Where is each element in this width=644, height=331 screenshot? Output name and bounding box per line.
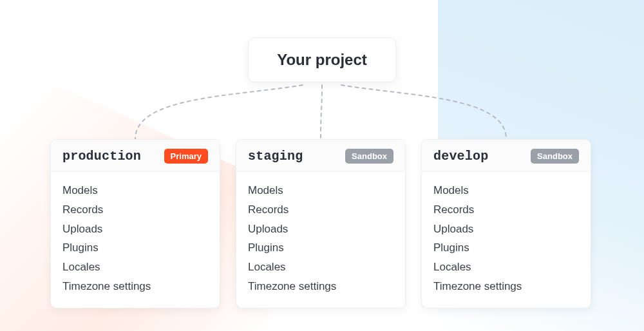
environment-badge-sandbox: Sandbox bbox=[531, 149, 579, 164]
environment-badge-primary: Primary bbox=[164, 149, 208, 164]
environment-item: Uploads bbox=[433, 220, 579, 239]
environment-item: Locales bbox=[248, 258, 393, 277]
project-card: Your project bbox=[248, 37, 396, 82]
environment-item: Timezone settings bbox=[248, 277, 393, 296]
environment-item: Timezone settings bbox=[62, 277, 208, 296]
environment-item: Models bbox=[433, 181, 579, 200]
environment-item: Plugins bbox=[433, 238, 579, 258]
environment-item: Records bbox=[248, 200, 393, 220]
environment-card-production: production Primary Models Records Upload… bbox=[50, 139, 220, 308]
environment-badge-sandbox: Sandbox bbox=[345, 149, 393, 164]
environment-item: Models bbox=[62, 181, 208, 200]
environment-body: Models Records Uploads Plugins Locales T… bbox=[51, 172, 220, 308]
environment-header: develop Sandbox bbox=[422, 140, 591, 172]
environment-item: Plugins bbox=[62, 238, 208, 258]
environment-card-staging: staging Sandbox Models Records Uploads P… bbox=[236, 139, 406, 308]
environment-header: production Primary bbox=[51, 140, 220, 172]
environment-item: Uploads bbox=[248, 220, 393, 239]
environment-item: Locales bbox=[62, 258, 208, 277]
environment-item: Uploads bbox=[62, 220, 208, 239]
environment-header: staging Sandbox bbox=[236, 140, 405, 172]
environment-item: Timezone settings bbox=[433, 277, 579, 296]
environment-name: staging bbox=[248, 149, 303, 164]
environment-name: develop bbox=[433, 149, 488, 164]
environment-name: production bbox=[62, 149, 141, 164]
environment-card-develop: develop Sandbox Models Records Uploads P… bbox=[421, 139, 591, 308]
environment-item: Locales bbox=[433, 258, 579, 277]
environment-item: Models bbox=[248, 181, 393, 200]
environment-body: Models Records Uploads Plugins Locales T… bbox=[422, 172, 591, 308]
project-title: Your project bbox=[277, 51, 367, 69]
environment-item: Plugins bbox=[248, 238, 393, 258]
environment-item: Records bbox=[433, 200, 579, 220]
environment-body: Models Records Uploads Plugins Locales T… bbox=[236, 172, 405, 308]
environment-item: Records bbox=[62, 200, 208, 220]
